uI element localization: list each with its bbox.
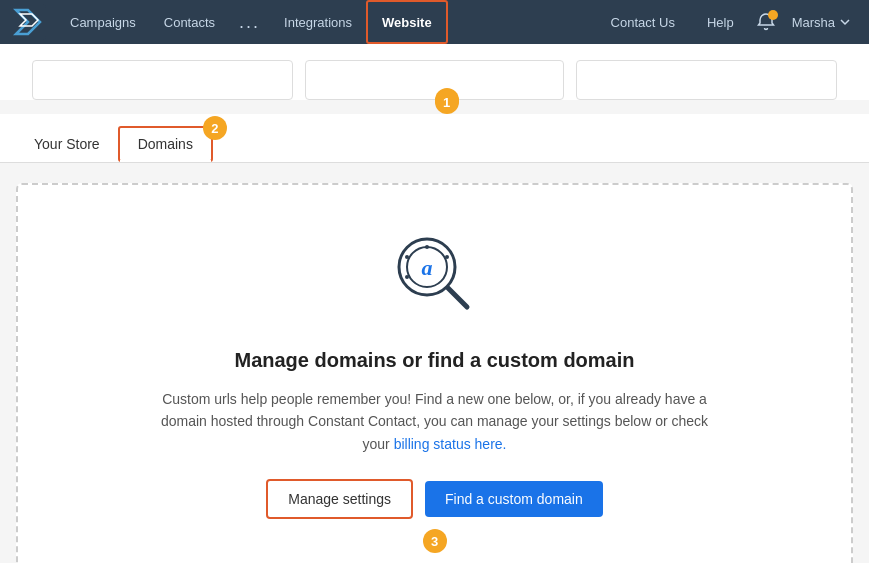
nav-contact-us[interactable]: Contact Us: [597, 0, 689, 44]
billing-link[interactable]: billing status here.: [394, 436, 507, 452]
card-3: [576, 60, 837, 100]
notifications-bell[interactable]: [752, 8, 780, 36]
username-label: Marsha: [792, 15, 835, 30]
manage-settings-button[interactable]: Manage settings: [266, 479, 413, 519]
card-1: [32, 60, 293, 100]
tab-your-store[interactable]: Your Store: [16, 128, 118, 160]
svg-point-9: [405, 255, 409, 259]
user-menu[interactable]: Marsha: [784, 15, 859, 30]
tab-domains[interactable]: Domains: [118, 126, 213, 162]
domain-content-box: a Manage domains or find a custom domain…: [16, 183, 853, 563]
card-strip: 1: [16, 52, 853, 100]
tabs-row: Your Store Domains 2: [0, 114, 869, 163]
nav-right: Contact Us Help Marsha: [597, 0, 859, 44]
step-2-indicator: 2: [203, 116, 227, 140]
step2-wrapper: Domains 2: [118, 126, 213, 162]
navbar: Campaigns Contacts ... Integrations Webs…: [0, 0, 869, 44]
svg-line-5: [448, 288, 467, 307]
nav-contacts[interactable]: Contacts: [150, 0, 229, 44]
nav-integrations[interactable]: Integrations: [270, 0, 366, 44]
nav-more[interactable]: ...: [229, 0, 270, 44]
nav-help[interactable]: Help: [693, 0, 748, 44]
svg-point-7: [425, 245, 429, 249]
domain-section-title: Manage domains or find a custom domain: [234, 349, 634, 372]
notification-badge: [768, 10, 778, 20]
domain-section-desc: Custom urls help people remember you! Fi…: [155, 388, 715, 455]
svg-text:a: a: [421, 255, 432, 280]
nav-items: Campaigns Contacts ... Integrations Webs…: [56, 0, 597, 44]
domain-actions: Manage settings Find a custom domain: [266, 479, 602, 519]
domain-search-icon: a: [385, 225, 485, 325]
step-3-indicator: 3: [423, 529, 447, 553]
nav-website[interactable]: Website: [366, 0, 448, 44]
card-2: [305, 60, 564, 100]
find-custom-domain-button[interactable]: Find a custom domain: [425, 481, 603, 517]
nav-campaigns[interactable]: Campaigns: [56, 0, 150, 44]
svg-point-8: [445, 255, 449, 259]
step-1-badge: 1: [435, 90, 459, 114]
svg-point-10: [405, 275, 409, 279]
app-logo[interactable]: [10, 4, 46, 40]
